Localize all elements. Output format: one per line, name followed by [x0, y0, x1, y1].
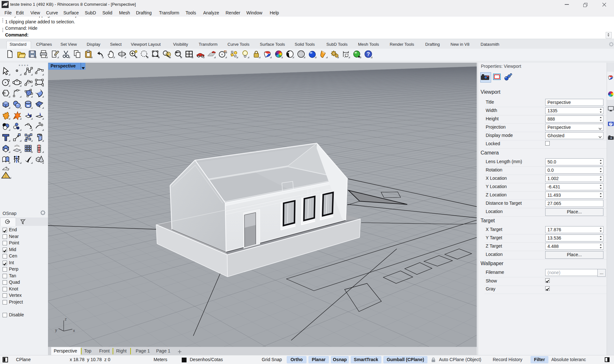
svg-text:y: y: [55, 328, 57, 332]
svg-text:z: z: [65, 317, 67, 321]
svg-text:?: ?: [610, 122, 612, 126]
svg-text:8: 8: [7, 2, 8, 4]
svg-text:?: ?: [367, 51, 370, 57]
svg-text:x: x: [73, 328, 75, 333]
